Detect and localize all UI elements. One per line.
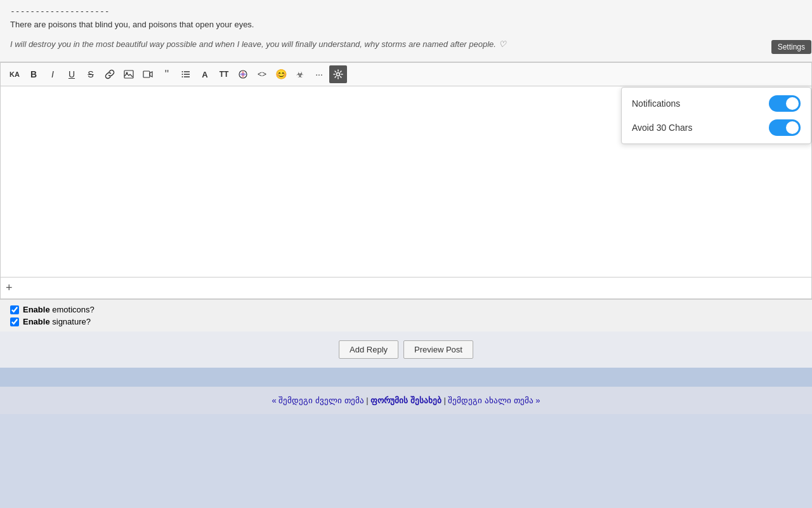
avoid-chars-label: Avoid 30 Chars xyxy=(632,123,692,133)
toolbar: Settings KA B I U S " xyxy=(1,63,811,86)
blockquote-button[interactable]: " xyxy=(158,65,176,83)
editor-container: Settings KA B I U S " xyxy=(0,62,812,299)
forum-link[interactable]: ფორუმის შესახებ xyxy=(370,396,442,405)
italic-quote: I will destroy you in the most beautiful… xyxy=(10,39,802,49)
biohazard-button[interactable]: ☣ xyxy=(291,65,309,83)
svg-point-8 xyxy=(182,76,183,77)
avoid-chars-row: Avoid 30 Chars xyxy=(632,119,801,136)
enable-signature-label: Enable signature? xyxy=(23,317,91,326)
checkboxes-area: Enable emoticons? Enable signature? xyxy=(0,299,812,331)
bold-button[interactable]: B xyxy=(25,65,43,83)
video-button[interactable] xyxy=(139,65,157,83)
add-button[interactable]: + xyxy=(6,281,13,295)
enable-emoticons-row: Enable emoticons? xyxy=(10,305,802,314)
notifications-track xyxy=(769,95,801,112)
add-reply-button[interactable]: Add Reply xyxy=(339,340,398,359)
enable-signature-checkbox[interactable] xyxy=(10,318,19,326)
avoid-chars-track xyxy=(769,119,801,136)
notifications-thumb xyxy=(786,97,799,110)
avoid-chars-toggle[interactable] xyxy=(769,119,801,136)
svg-point-6 xyxy=(182,71,183,72)
top-content: -------------------- There are poisons t… xyxy=(0,0,812,62)
notifications-label: Notifications xyxy=(632,98,680,109)
font-size-button[interactable]: A xyxy=(196,65,214,83)
italic-button[interactable]: I xyxy=(44,65,62,83)
next-topic-link[interactable]: შემდეგი ახალი თემა » xyxy=(448,396,540,405)
underline-button[interactable]: U xyxy=(63,65,81,83)
color-button[interactable] xyxy=(234,65,252,83)
text-type-button[interactable]: TT xyxy=(215,65,233,83)
settings-button[interactable] xyxy=(329,65,347,83)
notifications-toggle[interactable] xyxy=(769,95,801,112)
svg-point-10 xyxy=(337,73,340,76)
settings-dropdown: Notifications Avoid 30 Chars xyxy=(621,87,811,144)
image-button[interactable] xyxy=(120,65,138,83)
ka-button[interactable]: KA xyxy=(6,65,23,83)
avoid-chars-thumb xyxy=(786,121,799,134)
sep2: | xyxy=(442,396,449,405)
link-button[interactable] xyxy=(101,65,119,83)
enable-emoticons-checkbox[interactable] xyxy=(10,305,19,314)
svg-rect-2 xyxy=(143,71,150,77)
code-button[interactable]: <> xyxy=(253,65,271,83)
enable-signature-row: Enable signature? xyxy=(10,317,802,326)
strikethrough-button[interactable]: S xyxy=(82,65,100,83)
editor-footer-bar: + xyxy=(1,277,811,298)
svg-point-7 xyxy=(182,74,183,75)
svg-rect-0 xyxy=(124,70,133,78)
list-button[interactable] xyxy=(177,65,195,83)
blue-spacer xyxy=(0,368,812,387)
quote-text: There are poisons that blind you, and po… xyxy=(10,20,802,29)
action-bar: Add Reply Preview Post xyxy=(0,331,812,368)
emoji-button[interactable]: 😊 xyxy=(272,65,290,83)
notifications-row: Notifications xyxy=(632,95,801,112)
page-footer: « შემდეგი ძველი თემა | ფორუმის შესახებ |… xyxy=(0,387,812,414)
enable-emoticons-label: Enable emoticons? xyxy=(23,305,95,314)
prev-topic-link[interactable]: « შემდეგი ძველი თემა xyxy=(272,396,364,405)
more-button[interactable]: ··· xyxy=(310,65,328,83)
preview-post-button[interactable]: Preview Post xyxy=(403,340,473,359)
sep1: | xyxy=(364,396,371,405)
dashes: -------------------- xyxy=(10,6,802,16)
